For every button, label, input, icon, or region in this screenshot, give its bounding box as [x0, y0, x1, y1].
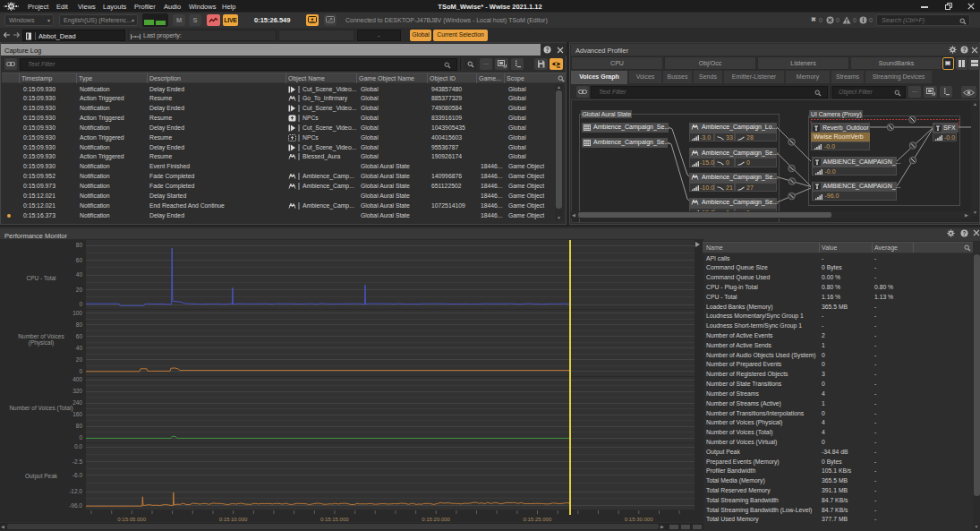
- svg-text:?: ?: [963, 229, 967, 236]
- svg-text:?: ?: [546, 47, 550, 53]
- svg-text:?: ?: [963, 47, 967, 53]
